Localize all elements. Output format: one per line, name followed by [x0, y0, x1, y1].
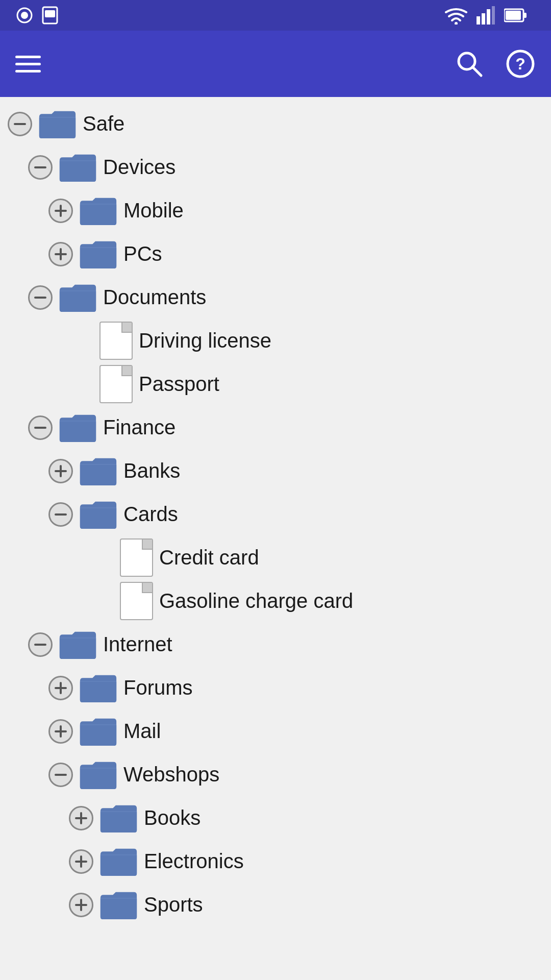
- folder-icon: [79, 498, 117, 531]
- item-label-mobile: Mobile: [123, 199, 543, 222]
- item-label-gasoline-charge-card: Gasoline charge card: [159, 590, 543, 612]
- tree-item-electronics[interactable]: Electronics: [0, 840, 551, 883]
- svg-text:?: ?: [515, 55, 525, 73]
- tree-item-mail[interactable]: Mail: [0, 709, 551, 753]
- tree-item-webshops[interactable]: Webshops: [0, 753, 551, 796]
- collapse-toggle[interactable]: [8, 112, 32, 136]
- item-label-electronics: Electronics: [144, 850, 543, 873]
- collapse-toggle[interactable]: [28, 632, 53, 657]
- svg-line-13: [472, 67, 481, 76]
- svg-rect-10: [523, 13, 527, 18]
- svg-rect-7: [487, 9, 490, 24]
- hamburger-line-1: [15, 56, 41, 58]
- collapse-toggle[interactable]: [28, 285, 53, 310]
- item-label-forums: Forums: [123, 676, 543, 699]
- item-label-sports: Sports: [144, 893, 543, 916]
- wifi-icon: [445, 6, 467, 24]
- status-bar: [0, 0, 551, 31]
- tree-item-devices[interactable]: Devices: [0, 145, 551, 189]
- svg-rect-11: [506, 11, 521, 20]
- document-icon: [99, 365, 133, 403]
- search-button[interactable]: [449, 43, 490, 84]
- sim-icon: [41, 6, 59, 24]
- tree-item-gasoline-charge-card[interactable]: Gasoline charge card: [0, 579, 551, 623]
- hamburger-line-2: [15, 63, 41, 65]
- svg-point-4: [455, 22, 458, 24]
- tree-item-banks[interactable]: Banks: [0, 449, 551, 493]
- hamburger-line-3: [15, 70, 41, 72]
- expand-toggle[interactable]: [48, 719, 73, 744]
- tree-item-internet[interactable]: Internet: [0, 623, 551, 666]
- tree-item-pcs[interactable]: PCs: [0, 232, 551, 276]
- folder-icon: [59, 628, 97, 661]
- expand-toggle[interactable]: [48, 459, 73, 483]
- item-label-credit-card: Credit card: [159, 546, 543, 569]
- signal-icon: [477, 6, 495, 24]
- expand-toggle[interactable]: [69, 849, 93, 874]
- tree-item-safe[interactable]: Safe: [0, 102, 551, 145]
- status-left-icons: [15, 6, 59, 24]
- expand-toggle[interactable]: [69, 806, 93, 830]
- item-label-finance: Finance: [103, 416, 543, 439]
- item-label-devices: Devices: [103, 156, 543, 179]
- item-label-safe: Safe: [83, 112, 543, 135]
- app-bar: ?: [0, 31, 551, 97]
- svg-rect-6: [482, 13, 485, 24]
- item-label-documents: Documents: [103, 286, 543, 309]
- search-icon: [456, 50, 484, 78]
- item-label-internet: Internet: [103, 633, 543, 656]
- expand-toggle[interactable]: [48, 199, 73, 223]
- folder-icon: [79, 715, 117, 748]
- folder-icon: [79, 194, 117, 227]
- tree-content: Safe Devices Mobile PCs DocumentsDriving…: [0, 97, 551, 932]
- tree-item-mobile[interactable]: Mobile: [0, 189, 551, 232]
- tree-item-forums[interactable]: Forums: [0, 666, 551, 709]
- tree-item-finance[interactable]: Finance: [0, 406, 551, 449]
- battery-icon: [504, 8, 527, 23]
- tree-item-credit-card[interactable]: Credit card: [0, 536, 551, 579]
- folder-icon: [99, 801, 138, 835]
- tree-item-documents[interactable]: Documents: [0, 276, 551, 319]
- folder-icon: [38, 107, 77, 140]
- collapse-toggle[interactable]: [48, 502, 73, 527]
- item-label-passport: Passport: [139, 373, 543, 396]
- item-label-cards: Cards: [123, 503, 543, 526]
- folder-icon: [79, 671, 117, 704]
- document-icon: [120, 582, 153, 620]
- folder-icon: [59, 281, 97, 314]
- expand-toggle[interactable]: [48, 676, 73, 700]
- svg-rect-3: [45, 10, 55, 17]
- item-label-webshops: Webshops: [123, 763, 543, 786]
- app-bar-actions: ?: [449, 43, 541, 84]
- tree-item-passport[interactable]: Passport: [0, 362, 551, 406]
- item-label-driving-license: Driving license: [139, 329, 543, 352]
- folder-icon: [79, 454, 117, 487]
- folder-icon: [59, 411, 97, 444]
- tree-item-books[interactable]: Books: [0, 796, 551, 840]
- hamburger-menu-button[interactable]: [10, 51, 46, 78]
- help-icon: ?: [506, 49, 535, 79]
- tree-item-driving-license[interactable]: Driving license: [0, 319, 551, 362]
- help-button[interactable]: ?: [500, 43, 541, 84]
- tree-item-cards[interactable]: Cards: [0, 493, 551, 536]
- expand-toggle[interactable]: [48, 242, 73, 266]
- record-icon: [15, 6, 34, 24]
- folder-icon: [79, 237, 117, 271]
- item-label-banks: Banks: [123, 459, 543, 482]
- svg-rect-8: [492, 6, 495, 24]
- document-icon: [99, 322, 133, 360]
- collapse-toggle[interactable]: [28, 155, 53, 180]
- folder-icon: [99, 845, 138, 878]
- folder-icon: [79, 758, 117, 791]
- item-label-pcs: PCs: [123, 242, 543, 265]
- tree-item-sports[interactable]: Sports: [0, 883, 551, 926]
- folder-icon: [59, 151, 97, 184]
- item-label-books: Books: [144, 806, 543, 829]
- expand-toggle[interactable]: [69, 893, 93, 917]
- folder-icon: [99, 888, 138, 921]
- collapse-toggle[interactable]: [48, 763, 73, 787]
- svg-point-1: [21, 12, 28, 19]
- collapse-toggle[interactable]: [28, 415, 53, 440]
- document-icon: [120, 538, 153, 577]
- status-right-icons: [445, 6, 536, 24]
